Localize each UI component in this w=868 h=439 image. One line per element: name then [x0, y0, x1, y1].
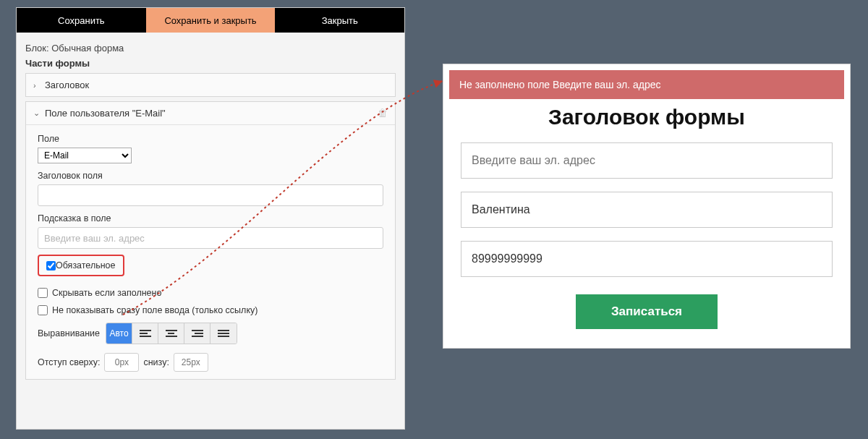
hide-when-filled-label: Скрывать если заполнено: [52, 288, 161, 298]
preview-phone-input[interactable]: [461, 241, 833, 277]
margin-top-label: Отступ сверху:: [38, 357, 100, 367]
hide-input-label: Не показывать сразу поле ввода (только с…: [52, 305, 258, 315]
hide-when-filled-checkbox[interactable]: [38, 288, 48, 298]
form-preview: Не заполнено поле Введите ваш эл. адрес …: [443, 64, 851, 349]
preview-body: Записаться: [443, 142, 850, 348]
field-select[interactable]: E-Mail: [38, 148, 132, 163]
placeholder-input[interactable]: [38, 227, 383, 249]
accordion-header-email[interactable]: ⌄ Поле пользователя "E-Mail" 🗑: [26, 102, 395, 124]
accordion-body: Поле E-Mail Заголовок поля Подсказка в п…: [26, 124, 395, 379]
field-title-input[interactable]: [38, 184, 383, 206]
submit-button[interactable]: Записаться: [576, 294, 718, 329]
preview-name-input[interactable]: [461, 192, 833, 228]
align-group: Авто: [106, 323, 237, 344]
margin-row: Отступ сверху: снизу:: [38, 353, 383, 372]
accordion-item-title[interactable]: › Заголовок: [25, 73, 396, 97]
parts-title: Части формы: [25, 58, 396, 69]
tab-close[interactable]: Закрыть: [275, 8, 404, 33]
editor-body: Блок: Обычная форма Части формы › Заголо…: [17, 33, 404, 394]
editor-tabs: Сохранить Сохранить и закрыть Закрыть: [17, 8, 404, 33]
align-auto-button[interactable]: Авто: [106, 323, 132, 344]
align-left-button[interactable]: [132, 323, 158, 344]
chevron-right-icon: ›: [33, 81, 41, 90]
margin-bottom-label: снизу:: [143, 357, 169, 367]
hide-input-checkbox[interactable]: [38, 305, 48, 315]
block-title: Блок: Обычная форма: [25, 43, 396, 54]
preview-email-input[interactable]: [461, 142, 833, 179]
hide-when-filled-row: Скрывать если заполнено: [38, 288, 383, 298]
field-title-label: Заголовок поля: [38, 171, 383, 181]
chevron-down-icon: ⌄: [33, 108, 41, 118]
align-row: Выравнивание Авто: [38, 323, 383, 344]
tab-save[interactable]: Сохранить: [17, 8, 146, 33]
trash-icon[interactable]: 🗑: [378, 107, 388, 119]
hide-input-row: Не показывать сразу поле ввода (только с…: [38, 305, 383, 315]
accordion-label: Поле пользователя "E-Mail": [45, 108, 166, 119]
field-label: Поле: [38, 134, 383, 144]
required-checkbox[interactable]: [46, 261, 56, 270]
align-label: Выравнивание: [38, 328, 100, 338]
editor-panel: Сохранить Сохранить и закрыть Закрыть Бл…: [16, 7, 405, 430]
align-justify-button[interactable]: [210, 323, 237, 344]
required-highlight: Обязательное: [38, 255, 124, 276]
align-right-button[interactable]: [184, 323, 210, 344]
placeholder-label: Подсказка в поле: [38, 213, 383, 223]
required-label: Обязательное: [56, 260, 116, 270]
form-title: Заголовок формы: [443, 105, 850, 129]
align-center-button[interactable]: [158, 323, 184, 344]
accordion-item-email: ⌄ Поле пользователя "E-Mail" 🗑 Поле E-Ma…: [25, 101, 396, 380]
error-banner: Не заполнено поле Введите ваш эл. адрес: [449, 70, 844, 99]
accordion-label: Заголовок: [45, 80, 89, 90]
margin-bottom-input[interactable]: [174, 353, 208, 372]
tab-save-close[interactable]: Сохранить и закрыть: [146, 8, 276, 33]
margin-top-input[interactable]: [104, 353, 139, 372]
